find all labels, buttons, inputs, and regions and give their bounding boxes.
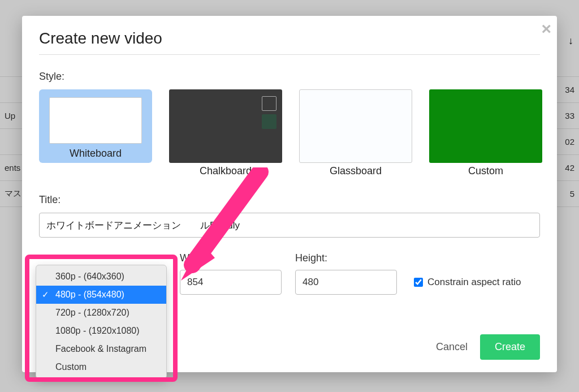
constrain-checkbox-input[interactable] [414,278,423,287]
width-label: Width: [180,252,282,264]
style-options-row: Whiteboard Chalkboard Glassboard Custom [39,89,540,177]
style-option-custom[interactable]: Custom [429,89,542,177]
size-option-720p[interactable]: 720p - (1280x720) [36,304,166,322]
modal-divider [39,54,540,55]
style-label: Style: [39,71,540,83]
size-option-1080p[interactable]: 1080p - (1920x1080) [36,322,166,340]
title-input[interactable] [39,213,540,238]
close-icon[interactable]: × [541,20,551,37]
chalkboard-thumb [169,89,282,163]
cancel-button[interactable]: Cancel [436,341,468,353]
style-caption-custom: Custom [429,165,542,177]
size-option-480p[interactable]: 480p - (854x480) [36,286,166,304]
size-dropdown[interactable]: 360p - (640x360) 480p - (854x480) 720p -… [36,265,167,379]
height-input[interactable] [295,270,397,295]
modal-footer: Cancel Create [436,334,540,360]
width-field: Width: [180,252,282,295]
whiteboard-thumb: Whiteboard [39,89,152,163]
size-option-custom[interactable]: Custom [36,358,166,376]
glassboard-thumb [299,89,412,163]
height-field: Height: [295,252,397,295]
style-option-whiteboard[interactable]: Whiteboard [39,89,152,177]
title-label: Title: [39,194,540,206]
style-option-glassboard[interactable]: Glassboard [299,89,412,177]
modal-title: Create new video [39,29,540,54]
width-input[interactable] [180,270,282,295]
style-caption-whiteboard: Whiteboard [39,148,152,160]
style-caption-glassboard: Glassboard [299,165,412,177]
create-button[interactable]: Create [480,334,540,360]
height-label: Height: [295,252,397,264]
size-option-360p[interactable]: 360p - (640x360) [36,268,166,286]
size-option-facebook-instagram[interactable]: Facebook & Instagram [36,340,166,358]
custom-thumb [429,89,542,163]
style-caption-chalkboard: Chalkboard [169,165,282,177]
constrain-aspect-checkbox[interactable]: Constrain aspect ratio [414,270,521,295]
style-option-chalkboard[interactable]: Chalkboard [169,89,282,177]
constrain-label: Constrain aspect ratio [427,277,521,288]
